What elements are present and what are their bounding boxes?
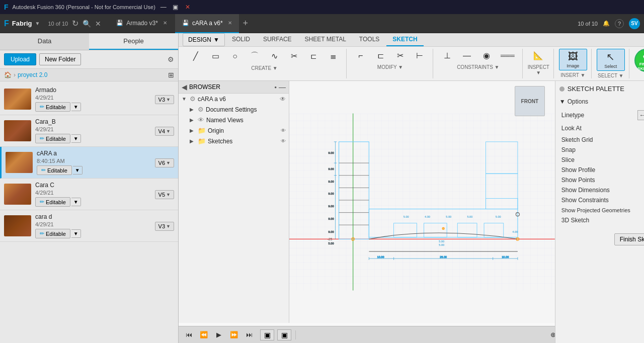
editable-arrow-button[interactable]: ▼	[71, 229, 81, 238]
file-info: Cara_B 4/29/21 ✏ Editable ▼	[35, 118, 151, 143]
mirror-tool-button[interactable]: ≣	[324, 50, 342, 63]
version-badge[interactable]: V5 ▼	[155, 190, 174, 199]
tree-origin-eye[interactable]: 👁	[281, 128, 286, 133]
measure-button[interactable]: 📐	[529, 49, 547, 62]
close-button[interactable]: ✕	[184, 3, 192, 11]
measure-icon: 📐	[533, 51, 543, 60]
finish-sketch-button[interactable]: ✓ FINISH SKETCH	[634, 49, 644, 72]
editable-arrow-button[interactable]: ▼	[71, 134, 81, 143]
avatar[interactable]: SV	[629, 18, 640, 29]
tree-root-eye[interactable]: 👁	[280, 96, 286, 103]
settings-button[interactable]: ⚙	[168, 55, 174, 63]
ribbon-tab-tools[interactable]: TOOLS	[353, 33, 385, 46]
tab-data[interactable]: Data	[0, 33, 89, 50]
anim-next-button[interactable]: ⏩	[228, 329, 240, 341]
tab-people[interactable]: People	[89, 33, 178, 50]
circle-tool-button[interactable]: ○	[226, 50, 244, 63]
help-icon[interactable]: ?	[615, 19, 624, 28]
select-button[interactable]: ↖ Select	[597, 49, 625, 71]
editable-button[interactable]: ✏ Editable	[37, 165, 72, 175]
anim-prev-button[interactable]: ⏪	[198, 329, 210, 341]
file-item-file-cara-b[interactable]: Cara_B 4/29/21 ✏ Editable ▼ V4 ▼	[0, 115, 178, 147]
editable-arrow-button[interactable]: ▼	[73, 166, 83, 175]
browser-menu-button[interactable]: ●	[274, 85, 277, 90]
editable-button[interactable]: ✏ Editable	[35, 229, 70, 238]
file-item-file-cara-d[interactable]: cara d 4/29/21 ✏ Editable ▼ V3 ▼	[0, 210, 178, 242]
frame-select-1[interactable]: ▣	[260, 329, 274, 340]
arc-tool-button[interactable]: ⌒	[246, 49, 264, 63]
new-tab-button[interactable]: +	[240, 18, 252, 29]
editable-arrow-button[interactable]: ▼	[71, 103, 81, 111]
ribbon-tab-sketch[interactable]: SKETCH	[386, 33, 423, 46]
editable-button[interactable]: ✏ Editable	[35, 102, 70, 112]
line-tool-button[interactable]: ╱	[187, 49, 205, 63]
version-badge[interactable]: V3 ▼	[155, 222, 174, 231]
offset-tool-button[interactable]: ⊏	[304, 50, 323, 63]
fillet-tool-button[interactable]: ⌐	[352, 49, 370, 62]
refresh-icon[interactable]: ↻	[72, 19, 78, 28]
upload-button[interactable]: Upload	[4, 53, 36, 65]
new-folder-button[interactable]: New Folder	[39, 53, 81, 65]
tab-armado-close[interactable]: ✕	[163, 20, 167, 26]
circle-constraint-button[interactable]: ◉	[477, 49, 496, 62]
search-icon[interactable]: 🔍	[83, 20, 91, 28]
app-title: Autodesk Fusion 360 (Personal - Not for …	[13, 4, 155, 10]
editable-button[interactable]: ✏ Editable	[35, 197, 70, 207]
editable-button[interactable]: ✏ Editable	[35, 134, 70, 143]
tab-armado[interactable]: 💾 Armado v3* ✕	[109, 14, 174, 33]
coincident-button[interactable]: ⊥	[438, 49, 456, 62]
tree-sketches-eye[interactable]: 👁	[281, 138, 286, 144]
ribbon-tab-sheet-metal[interactable]: SHEET METAL	[299, 33, 352, 46]
tab-cara[interactable]: 💾 cARA a v6* ✕	[175, 14, 239, 33]
finish-label: FINISH SKETCH	[635, 62, 644, 71]
extend-button[interactable]: ⊢	[411, 49, 429, 62]
file-item-file-cara-a[interactable]: cARA a 8:40:15 AM ✏ Editable ▼ V6 ▼	[0, 147, 178, 179]
sketch-area[interactable]: 9.00 9.00 9.00 9.00 9.00 9.00	[289, 81, 555, 323]
file-date: 4/29/21	[35, 190, 151, 196]
version-badge[interactable]: V4 ▼	[155, 127, 174, 136]
tree-origin[interactable]: ▶ 📁 Origin 👁	[187, 125, 289, 136]
offset-curves-button[interactable]: ⊏	[371, 49, 389, 62]
breadcrumb-grid[interactable]: ⊞	[168, 71, 174, 79]
tree-root[interactable]: ▼ ⚙ cARA a v6 👁	[179, 94, 289, 104]
linetype-icon-1[interactable]: ←	[637, 110, 644, 120]
horiz-button[interactable]: ═══	[497, 50, 518, 61]
finish-sketch-palette-button[interactable]: Finish Sketch	[614, 233, 644, 245]
linetype-label: Linetype	[561, 112, 584, 119]
rectangle-tool-button[interactable]: ▭	[206, 49, 224, 63]
view-cube[interactable]: FRONT	[515, 86, 545, 116]
tree-sketches[interactable]: ▶ 📁 Sketches 👁	[187, 136, 289, 146]
ribbon-tab-solid[interactable]: SOLID	[226, 33, 256, 46]
tree-doc-settings[interactable]: ▶ ⚙ Document Settings	[187, 104, 289, 115]
frame-select-2[interactable]: ▣	[277, 329, 291, 340]
notification-icon[interactable]: 🔔	[603, 20, 610, 27]
anim-first-button[interactable]: ⏮	[183, 329, 195, 341]
options-section[interactable]: ▼ Options	[559, 97, 644, 107]
breadcrumb: 🏠 › proyect 2.0 ⊞	[0, 69, 178, 81]
file-item-file-cara-c[interactable]: Cara C 4/29/21 ✏ Editable ▼ V5 ▼	[0, 179, 178, 210]
viewcube-label[interactable]: FRONT	[515, 86, 545, 116]
anim-last-button[interactable]: ⏭	[243, 329, 255, 341]
maximize-button[interactable]: ▣	[172, 3, 180, 11]
browser-collapse-button[interactable]: ◀	[182, 83, 187, 91]
ribbon-tab-surface[interactable]: SURFACE	[257, 33, 298, 46]
browser-dash[interactable]: —	[279, 83, 286, 91]
file-item-file-armado[interactable]: Armado 4/29/21 ✏ Editable ▼ V3 ▼	[0, 83, 178, 115]
trim-tool-button[interactable]: ✂	[285, 49, 303, 63]
tab-cara-close[interactable]: ✕	[228, 20, 232, 26]
minimize-button[interactable]: —	[159, 3, 168, 11]
insert-image-button[interactable]: 🖼 Image	[559, 49, 587, 70]
spline-tool-button[interactable]: ∿	[265, 49, 283, 63]
collinear-button[interactable]: —	[458, 49, 476, 62]
version-badge[interactable]: V6 ▼	[155, 158, 174, 167]
design-dropdown[interactable]: DESIGN ▼	[183, 33, 225, 46]
tree-named-views[interactable]: ▶ 👁 Named Views	[187, 115, 289, 125]
close-nav-icon[interactable]: ✕	[95, 20, 101, 28]
breadcrumb-project[interactable]: proyect 2.0	[18, 71, 47, 78]
breadcrumb-home[interactable]: 🏠	[4, 71, 12, 78]
version-badge[interactable]: V3 ▼	[155, 95, 174, 104]
brand[interactable]: F Fabrig ▼	[4, 19, 40, 28]
trim-button[interactable]: ✂	[391, 49, 409, 62]
editable-arrow-button[interactable]: ▼	[71, 198, 81, 206]
anim-play-button[interactable]: ▶	[213, 329, 225, 341]
